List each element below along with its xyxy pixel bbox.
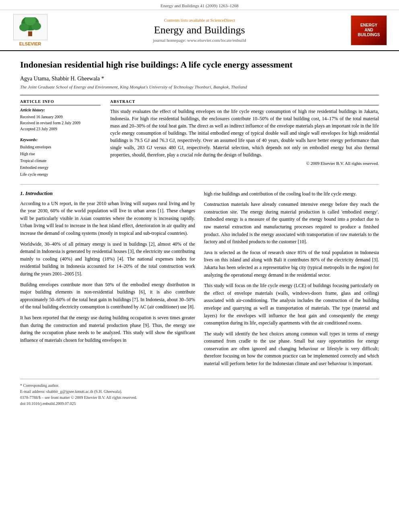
citation-bar: Energy and Buildings 41 (2009) 1263–1268 xyxy=(0,0,399,10)
keywords-label: Keywords: xyxy=(20,138,101,142)
article-info-heading: ARTICLE INFO xyxy=(20,99,101,105)
body-two-columns: 1. Introduction According to a UN report… xyxy=(20,190,379,371)
main-content: Indonesian residential high rise buildin… xyxy=(0,51,399,415)
body-para6: Construction materials have already cons… xyxy=(204,201,379,246)
info-abstract-columns: ARTICLE INFO Article history: Received 1… xyxy=(20,95,379,178)
body-para9: The study will identify the best choices… xyxy=(204,330,379,368)
keyword-3: Tropical climate xyxy=(20,157,101,164)
elsevier-tree-box xyxy=(13,14,47,40)
body-para2: Worldwide, 30–40% of all primary energy … xyxy=(20,240,195,278)
email-note: E-mail address: shabbir_g@jgsee.kmutt.ac… xyxy=(20,388,379,394)
doi-note: doi:10.1016/j.enbuild.2009.07.025 xyxy=(20,401,379,407)
elsevier-brand-text: ELSEVIER xyxy=(19,41,41,46)
footnotes-block: * Corresponding author. E-mail address: … xyxy=(20,379,379,407)
body-para8: This study will focus on the life cycle … xyxy=(204,282,379,327)
energy-logo-text: ENERGY AND BUILDINGS xyxy=(358,23,380,37)
body-para4: It has been reported that the energy use… xyxy=(20,314,195,344)
body-right-col: high rise buildings and contribution of … xyxy=(204,190,379,371)
journal-header: ELSEVIER Contents lists available at Sci… xyxy=(0,10,399,51)
elsevier-logo: ELSEVIER xyxy=(12,14,48,46)
journal-center-block: Contents lists available at ScienceDirec… xyxy=(48,18,351,43)
energy-buildings-logo: ENERGY AND BUILDINGS xyxy=(351,15,387,45)
section1-title: 1. Introduction xyxy=(20,190,195,197)
article-info-col: ARTICLE INFO Article history: Received 1… xyxy=(20,99,101,178)
abstract-heading: ABSTRACT xyxy=(110,99,379,105)
keywords-block: Keywords: Building envelopes High rise T… xyxy=(20,138,101,178)
article-history-label: Article history: xyxy=(20,108,101,112)
keyword-4: Embodied energy xyxy=(20,164,101,171)
abstract-col: ABSTRACT This study evaluates the effect… xyxy=(110,99,379,178)
email-value: shabbir_g@jgsee.kmutt.ac.th (S.H. Gheewa… xyxy=(46,389,122,394)
keyword-2: High rise xyxy=(20,150,101,157)
citation-text: Energy and Buildings 41 (2009) 1263–1268 xyxy=(160,3,239,8)
journal-url: journal homepage: www.elsevier.com/locat… xyxy=(48,38,351,43)
keyword-1: Building envelopes xyxy=(20,144,101,150)
authors: Agya Utama, Shabbir H. Gheewala * xyxy=(20,76,379,82)
sciencedirect-brand: ScienceDirect xyxy=(210,18,235,23)
copyright-text: © 2009 Elsevier B.V. All rights reserved… xyxy=(110,161,379,166)
received-date-1: Received 16 January 2009 xyxy=(20,114,101,120)
email-label: E-mail address: xyxy=(20,389,45,394)
body-left-col: 1. Introduction According to a UN report… xyxy=(20,190,195,371)
elsevier-tree-icon xyxy=(16,17,44,37)
keyword-5: Life cycle energy xyxy=(20,171,101,178)
abstract-block: This study evaluates the effect of build… xyxy=(110,108,379,166)
svg-rect-0 xyxy=(28,31,32,36)
sciencedirect-link: Contents lists available at ScienceDirec… xyxy=(48,18,351,23)
received-revised-date: Received in revised form 2 July 2009 xyxy=(20,120,101,126)
body-para7: Java is selected as the focus of researc… xyxy=(204,249,379,279)
accepted-date: Accepted 23 July 2009 xyxy=(20,126,101,132)
body-para5: high rise buildings and contribution of … xyxy=(204,190,379,198)
journal-title: Energy and Buildings xyxy=(48,24,351,36)
body-para3: Building envelopes contribute more than … xyxy=(20,281,195,311)
article-title: Indonesian residential high rise buildin… xyxy=(20,59,379,71)
article-history-block: Article history: Received 16 January 200… xyxy=(20,108,101,132)
abstract-text: This study evaluates the effect of build… xyxy=(110,108,379,158)
corresponding-author-note: * Corresponding author. xyxy=(20,382,379,388)
affiliation: The Joint Graduate School of Energy and … xyxy=(20,84,379,89)
body-para1: According to a UN report, in the year 20… xyxy=(20,200,195,237)
issn-note: 0378-7788/$ – see front matter © 2009 El… xyxy=(20,394,379,401)
body-section: 1. Introduction According to a UN report… xyxy=(20,184,379,371)
